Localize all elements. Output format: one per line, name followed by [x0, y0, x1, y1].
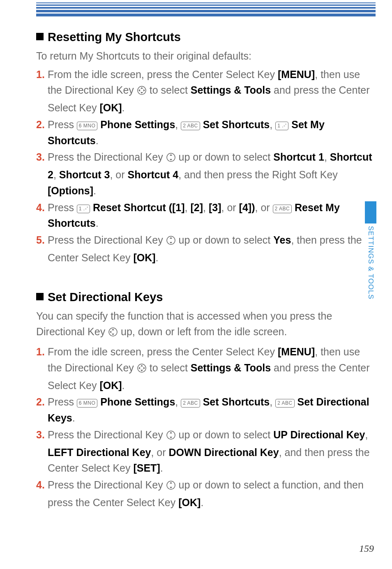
side-tab-label: SETTINGS & TOOLS — [367, 226, 375, 299]
step-4: 4. Press 1 .-' Reset Shortcut ([1], [2],… — [36, 200, 376, 232]
text: , — [270, 396, 275, 408]
text: , — [185, 202, 191, 213]
text: , — [365, 429, 368, 440]
svg-marker-25 — [170, 487, 172, 488]
phone-settings: Phone Settings — [100, 119, 175, 130]
text: . — [122, 380, 125, 391]
side-marker — [365, 201, 376, 223]
yes: Yes — [273, 234, 291, 246]
stripe — [36, 2, 376, 3]
ok-key: [OK] — [99, 102, 122, 113]
step-body: Press 6 MNO Phone Settings, 2 ABC Set Sh… — [48, 394, 376, 426]
step-number: 4. — [36, 200, 48, 232]
text: . — [160, 462, 163, 474]
step-number: 3. — [36, 149, 48, 198]
step-body: Press 6 MNO Phone Settings, 2 ABC Set Sh… — [48, 117, 376, 149]
text: up or down to select — [176, 151, 274, 163]
set-key: [SET] — [133, 462, 160, 474]
step-body: Press the Directional Key up or down to … — [48, 149, 376, 198]
step-2: 2. Press 6 MNO Phone Settings, 2 ABC Set… — [36, 394, 376, 426]
text: , — [324, 151, 330, 163]
text: , or — [151, 447, 168, 458]
page-content: Resetting My Shortcuts To return My Shor… — [0, 16, 392, 511]
text: up or down to select — [176, 429, 274, 440]
stripe — [36, 10, 376, 12]
svg-marker-22 — [170, 437, 172, 438]
svg-marker-19 — [143, 367, 145, 369]
text: Press the Directional Key — [48, 479, 166, 491]
svg-marker-2 — [141, 92, 143, 94]
step-number: 2. — [36, 394, 48, 426]
ok-key: [OK] — [133, 252, 155, 263]
key-6-icon: 6 MNO — [77, 122, 98, 130]
key-1-icon: 1 .-' — [275, 122, 288, 130]
header-stripes — [0, 0, 392, 16]
shortcut-3: Shortcut 3 — [59, 169, 110, 180]
section-2: Set Directional Keys You can specify the… — [36, 288, 376, 511]
text: Press — [48, 396, 77, 408]
text: , — [175, 396, 181, 408]
step-number: 1. — [36, 67, 48, 116]
text: , or — [110, 169, 127, 180]
text: . — [201, 497, 203, 508]
ok-key: [OK] — [99, 380, 122, 391]
shortcut-4: Shortcut 4 — [128, 169, 179, 180]
p2: [2] — [191, 202, 203, 213]
text: to select — [147, 362, 191, 373]
text: . — [96, 217, 99, 229]
step-2: 2. Press 6 MNO Phone Settings, 2 ABC Set… — [36, 117, 376, 149]
settings-tools: Settings & Tools — [191, 362, 271, 373]
step-number: 4. — [36, 477, 48, 511]
page-number: 159 — [359, 543, 374, 554]
down-dir-key: DOWN Directional Key — [169, 447, 279, 458]
key-6-icon: 6 MNO — [77, 399, 98, 408]
key-1-icon: 1 .-' — [77, 205, 90, 213]
key-2-icon: 2 ABC — [181, 122, 200, 130]
section-intro: You can specify the function that is acc… — [36, 308, 376, 342]
phone-settings: Phone Settings — [100, 396, 175, 408]
svg-marker-3 — [138, 89, 140, 92]
svg-marker-10 — [170, 242, 172, 244]
text: . — [93, 185, 96, 196]
text: , — [203, 202, 209, 213]
svg-marker-17 — [141, 370, 143, 371]
text: . — [72, 412, 75, 424]
text: Press the Directional Key — [48, 234, 166, 246]
section-intro: To return My Shortcuts to their original… — [36, 48, 376, 64]
step-body: Press 1 .-' Reset Shortcut ([1], [2], [3… — [48, 200, 376, 232]
set-shortcuts: Set Shortcuts — [203, 396, 270, 408]
key-2-icon: 2 ABC — [181, 399, 200, 408]
text: . — [122, 102, 125, 113]
text: , or — [221, 202, 239, 213]
settings-tools: Settings & Tools — [191, 84, 271, 96]
dpad-three-icon — [108, 325, 118, 341]
step-body: From the idle screen, press the Center S… — [48, 344, 376, 393]
svg-marker-24 — [170, 482, 172, 484]
step-5: 5. Press the Directional Key up or down … — [36, 232, 376, 266]
dpad-updown-icon — [166, 428, 176, 445]
step-body: Press the Directional Key up or down to … — [48, 477, 376, 511]
key-2-icon: 2 ABC — [273, 205, 292, 213]
text: From the idle screen, press the Center S… — [48, 346, 278, 357]
step-body: From the idle screen, press the Center S… — [48, 67, 376, 116]
svg-marker-4 — [143, 89, 145, 92]
step-3: 3. Press the Directional Key up or down … — [36, 427, 376, 476]
text: Press the Directional Key — [48, 429, 166, 440]
menu-key: [MENU] — [278, 346, 315, 357]
svg-marker-13 — [112, 334, 114, 335]
text: , and then press the Right Soft Key — [178, 169, 338, 180]
stripe — [36, 5, 376, 6]
text: . — [156, 252, 159, 263]
section-title-resetting: Resetting My Shortcuts — [36, 28, 376, 46]
dpad-updown-icon — [166, 479, 176, 495]
step-number: 2. — [36, 117, 48, 149]
svg-marker-9 — [170, 237, 172, 239]
step-4: 4. Press the Directional Key up or down … — [36, 477, 376, 511]
step-1: 1. From the idle screen, press the Cente… — [36, 344, 376, 393]
square-bullet — [36, 33, 44, 40]
svg-marker-7 — [170, 159, 172, 161]
set-shortcuts: Set Shortcuts — [203, 119, 270, 130]
key-2-icon: 2 ABC — [275, 399, 295, 408]
step-body: Press the Directional Key up or down to … — [48, 427, 376, 476]
step-number: 3. — [36, 427, 48, 476]
